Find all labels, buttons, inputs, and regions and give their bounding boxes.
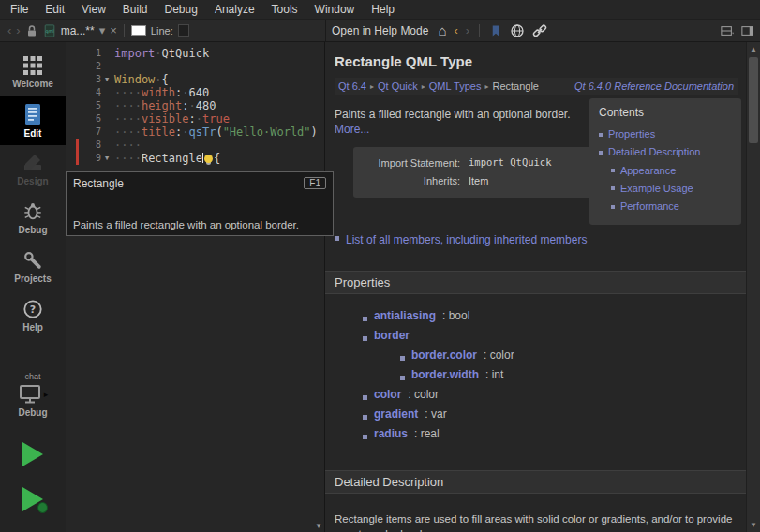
- menu-edit[interactable]: Edit: [37, 1, 73, 18]
- property-link[interactable]: border.width: [411, 368, 479, 381]
- split-editor-icon[interactable]: [721, 24, 734, 37]
- code-line[interactable]: 7····title:·qsTr("Hello·World"): [66, 126, 324, 139]
- document-dropdown-icon[interactable]: ▾: [99, 24, 106, 37]
- help-back-icon[interactable]: ‹: [454, 24, 457, 37]
- code-text[interactable]: Window·{: [112, 73, 169, 86]
- menu-help[interactable]: Help: [363, 1, 403, 18]
- debug-run-button[interactable]: [19, 487, 47, 511]
- fold-icon[interactable]: ▼: [101, 152, 112, 165]
- code-line[interactable]: 6····visible:·true: [66, 112, 324, 126]
- menu-debug[interactable]: Debug: [156, 1, 206, 18]
- close-document-icon[interactable]: ×: [110, 24, 117, 37]
- qt-creator-window: File Edit View Build Debug Analyze Tools…: [0, 0, 760, 532]
- menu-tools[interactable]: Tools: [263, 1, 306, 18]
- code-text[interactable]: ····visible:·true: [112, 112, 230, 126]
- inherits-link[interactable]: Item: [469, 172, 488, 190]
- color-swatch[interactable]: [131, 25, 146, 36]
- code-line[interactable]: 5····height:·480: [66, 99, 324, 112]
- help-forward-icon[interactable]: ›: [466, 24, 469, 37]
- gutter-marker[interactable]: [66, 152, 81, 165]
- code-text[interactable]: ····title:·qsTr("Hello·World"): [112, 126, 318, 139]
- contents-link[interactable]: Performance: [620, 198, 679, 215]
- code-line[interactable]: 2: [66, 60, 324, 73]
- scrollbar-thumb[interactable]: [749, 57, 758, 143]
- property-link[interactable]: border.color: [411, 348, 477, 362]
- forward-icon[interactable]: ›: [16, 24, 20, 37]
- editor-scroll-down-icon[interactable]: ▼: [315, 522, 322, 530]
- back-icon[interactable]: ‹: [7, 24, 11, 37]
- code-line[interactable]: 1import·QtQuick: [66, 47, 324, 60]
- breadcrumb-link[interactable]: QML Types: [429, 81, 482, 92]
- mode-edit[interactable]: Edit: [0, 96, 66, 145]
- code-line[interactable]: 4····width:·640: [66, 86, 324, 99]
- bullet-icon: [611, 186, 615, 190]
- gutter-marker[interactable]: [66, 60, 81, 73]
- gutter-marker[interactable]: [66, 139, 81, 152]
- scroll-down-icon[interactable]: ▼: [747, 521, 760, 529]
- lightbulb-icon[interactable]: [204, 155, 213, 163]
- bullet-icon: [363, 415, 367, 420]
- fold-icon[interactable]: ▼: [101, 73, 112, 86]
- contents-link[interactable]: Properties: [608, 126, 655, 143]
- import-label: Import Statement:: [363, 155, 460, 172]
- code-text[interactable]: ····height:·480: [112, 99, 216, 112]
- fold-gutter: [101, 112, 112, 126]
- all-members-link[interactable]: List of all members, including inherited…: [346, 232, 587, 247]
- help-mode-button[interactable]: Open in Help Mode: [332, 24, 428, 37]
- property-item: border.color : color: [400, 348, 738, 368]
- contents-link[interactable]: Appearance: [620, 162, 676, 180]
- code-line[interactable]: 8····: [66, 139, 324, 152]
- kit-selector[interactable]: chat ▸ Debug: [0, 372, 66, 418]
- help-scrollbar[interactable]: ▲ ▼: [746, 42, 760, 532]
- breadcrumb-link[interactable]: Qt 6.4: [338, 81, 366, 92]
- code-text[interactable]: ····width:·640: [112, 86, 209, 99]
- more-link[interactable]: More...: [335, 123, 369, 136]
- property-link[interactable]: gradient: [374, 407, 418, 421]
- scroll-up-icon[interactable]: ▲: [747, 45, 760, 53]
- menu-view[interactable]: View: [73, 1, 114, 18]
- contents-link[interactable]: Detailed Description: [608, 143, 700, 161]
- gutter-marker[interactable]: [66, 112, 81, 126]
- gutter-marker[interactable]: [66, 126, 81, 139]
- line-number: 6: [81, 112, 101, 126]
- link-icon[interactable]: [532, 23, 547, 38]
- gutter-marker[interactable]: [66, 86, 81, 99]
- run-button[interactable]: [22, 442, 43, 466]
- code-text[interactable]: [112, 60, 114, 73]
- code-text[interactable]: ····Rectangle{: [112, 152, 220, 165]
- close-sidebar-icon[interactable]: [741, 24, 754, 37]
- property-link[interactable]: antialiasing: [374, 309, 436, 322]
- code-line[interactable]: 3▼Window·{: [66, 73, 324, 86]
- code-line[interactable]: 9▼····Rectangle{: [66, 152, 324, 165]
- bookmark-icon[interactable]: [489, 24, 502, 37]
- gutter-marker[interactable]: [66, 99, 81, 112]
- gutter-marker[interactable]: [66, 47, 81, 60]
- code-editor[interactable]: 1import·QtQuick23▼Window·{4····width:·64…: [66, 42, 325, 532]
- menu-analyze[interactable]: Analyze: [206, 1, 263, 18]
- gutter-marker[interactable]: [66, 73, 81, 86]
- breadcrumb-link[interactable]: Qt Quick: [378, 81, 418, 92]
- menu-build[interactable]: Build: [114, 1, 156, 18]
- home-icon[interactable]: ⌂: [438, 23, 446, 37]
- bullet-icon: [400, 376, 405, 380]
- open-document-selector[interactable]: ma...**: [61, 24, 95, 37]
- property-link[interactable]: radius: [374, 427, 408, 440]
- mode-debug[interactable]: Debug: [0, 194, 66, 243]
- mode-welcome[interactable]: Welcome: [0, 48, 66, 96]
- kit-expand-icon[interactable]: ▸: [44, 390, 49, 399]
- code-area[interactable]: 1import·QtQuick23▼Window·{4····width:·64…: [66, 47, 324, 165]
- mode-projects[interactable]: Projects: [0, 243, 66, 291]
- menu-window[interactable]: Window: [306, 1, 364, 18]
- contents-link[interactable]: Example Usage: [620, 180, 693, 198]
- globe-icon[interactable]: [510, 23, 525, 38]
- detailed-description-text: Rectangle items are used to fill areas w…: [335, 511, 738, 532]
- code-text[interactable]: import·QtQuick: [112, 47, 209, 60]
- menu-file[interactable]: File: [2, 1, 37, 18]
- property-link[interactable]: border: [374, 329, 410, 342]
- reference-doc-link[interactable]: Qt 6.4.0 Reference Documentation: [574, 81, 734, 92]
- code-text[interactable]: ····: [112, 139, 142, 152]
- lock-icon[interactable]: [25, 24, 38, 37]
- line-number-input[interactable]: [178, 24, 189, 37]
- mode-help[interactable]: ? Help: [0, 291, 66, 340]
- property-link[interactable]: color: [374, 388, 401, 401]
